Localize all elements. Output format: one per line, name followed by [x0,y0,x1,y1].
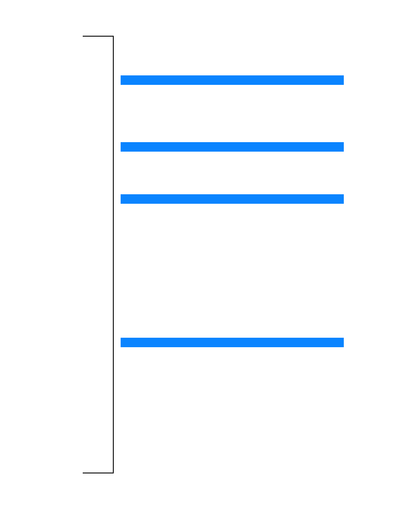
bracket-top-tick [83,36,114,37]
bar-4 [121,338,344,347]
bar-3 [121,194,344,204]
bracket-spine [113,36,114,473]
bracket-bottom-tick [83,473,114,473]
bar-2 [121,142,344,152]
bar-1 [121,75,344,85]
diagram-stage [0,0,411,532]
